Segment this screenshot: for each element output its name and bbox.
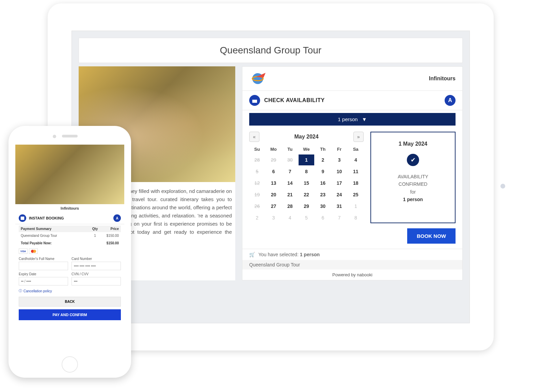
calendar-day[interactable]: 15 [299, 178, 314, 189]
calendar-day[interactable]: 11 [348, 166, 364, 177]
expiry-input[interactable] [19, 277, 68, 285]
powered-by: Powered by nabooki [242, 270, 462, 280]
svg-rect-4 [21, 217, 25, 220]
confirm-line3: for [376, 188, 450, 196]
visa-icon: VISA [19, 248, 28, 254]
book-now-button[interactable]: BOOK NOW [407, 228, 456, 244]
phone-hero-image [15, 145, 124, 204]
calendar-day[interactable]: 24 [331, 189, 347, 200]
calendar-day[interactable]: 16 [315, 178, 331, 189]
cardnumber-input[interactable] [71, 262, 121, 270]
calendar-day-header: Th [315, 145, 331, 154]
calendar-day: 28 [249, 154, 265, 165]
back-button[interactable]: BACK [19, 297, 121, 307]
globe-logo-icon [249, 70, 270, 87]
page-title: Queensland Group Tour [86, 45, 456, 56]
calendar-day[interactable]: 18 [348, 178, 364, 189]
calendar-day: 7 [331, 212, 347, 223]
calendar-day: 30 [282, 154, 298, 165]
calendar-day[interactable]: 14 [282, 178, 298, 189]
calendar-day: 8 [348, 212, 364, 223]
item-price: $150.00 [100, 234, 119, 238]
person-selector[interactable]: 1 person ▼ [249, 113, 456, 126]
calendar-day-header: Fr [331, 145, 347, 154]
cvv-input[interactable] [71, 277, 121, 285]
check-circle-icon: ✔ [407, 154, 419, 166]
calendar-day-header: We [299, 145, 314, 154]
cancellation-policy-link[interactable]: ⓘ Cancellation policy [15, 287, 124, 295]
calendar-day[interactable]: 17 [331, 178, 347, 189]
calendar-day: 19 [249, 189, 265, 200]
calendar-month: May 2024 [294, 134, 318, 140]
confirm-person: 1 person [403, 197, 423, 202]
cardholder-label: Cardholder's Full Name [19, 257, 68, 261]
prev-month-button[interactable]: « [249, 132, 259, 142]
calendar-day: 4 [282, 212, 298, 223]
brand-name: Infinitours [429, 76, 456, 82]
calendar-day[interactable]: 23 [315, 189, 331, 200]
expiry-label: Expiry Date [19, 272, 68, 276]
calendar-day[interactable]: 9 [315, 166, 331, 177]
caret-down-icon: ▼ [362, 116, 367, 122]
item-name: Queensland Group Tour [21, 234, 90, 238]
person-selector-label: 1 person [338, 116, 357, 122]
total-value: $150.00 [100, 241, 119, 245]
next-month-button[interactable]: » [353, 132, 364, 142]
calendar-icon [249, 95, 260, 106]
phone-screen: Infinitours INSTANT BOOKING A Payment Su… [15, 145, 124, 354]
calendar-day[interactable]: 6 [266, 166, 281, 177]
calendar-icon [19, 214, 26, 222]
calendar: « May 2024 » SuMoTuWeThFrSa2829301234567… [249, 132, 364, 223]
calendar-day: 26 [249, 201, 265, 212]
info-icon: ⓘ [19, 289, 22, 293]
cardholder-input[interactable] [19, 262, 68, 270]
calendar-day[interactable]: 28 [282, 201, 298, 212]
calendar-day: 6 [315, 212, 331, 223]
cvv-label: CVN / CVV [71, 272, 121, 276]
check-availability-heading: CHECK AVAILABILITY [264, 97, 445, 103]
tablet-screen: Queensland Group Tour an unforgettable j… [71, 31, 470, 323]
calendar-day-header: Mo [266, 145, 281, 154]
calendar-day[interactable]: 10 [331, 166, 347, 177]
calendar-day[interactable]: 3 [331, 154, 347, 165]
booking-widget: Infinitours CHECK AVAILABILITY A 1 perso… [242, 66, 463, 280]
calendar-day[interactable]: 31 [331, 201, 347, 212]
calendar-day: 5 [299, 212, 314, 223]
calendar-day[interactable]: 7 [282, 166, 298, 177]
summary-header: Payment Summary [21, 227, 90, 231]
qty-header: Qty [90, 227, 100, 231]
calendar-day[interactable]: 1 [299, 154, 314, 165]
phone-device: Infinitours INSTANT BOOKING A Payment Su… [9, 126, 131, 378]
dot-icon [500, 184, 505, 189]
selected-date: 1 May 2024 [376, 141, 450, 147]
a-badge[interactable]: A [445, 95, 456, 106]
item-qty: 1 [90, 234, 100, 238]
calendar-day[interactable]: 2 [315, 154, 331, 165]
calendar-day[interactable]: 30 [315, 201, 331, 212]
total-label: Total Payable Now: [21, 241, 100, 245]
calendar-day[interactable]: 29 [299, 201, 314, 212]
price-header: Price [100, 227, 119, 231]
calendar-day-header: Sa [348, 145, 364, 154]
availability-confirm-box: 1 May 2024 ✔ AVAILABILITY CONFIRMED for … [370, 132, 456, 223]
calendar-day[interactable]: 8 [299, 166, 314, 177]
home-button[interactable] [62, 356, 78, 373]
pay-confirm-button[interactable]: PAY AND CONFIRM [19, 309, 121, 320]
calendar-day[interactable]: 21 [282, 189, 298, 200]
svg-rect-3 [252, 98, 257, 100]
selection-summary: 🛒 You have selected: 1 person [242, 249, 462, 260]
calendar-day[interactable]: 27 [266, 201, 281, 212]
title-bar: Queensland Group Tour [79, 38, 463, 63]
calendar-day: 2 [249, 212, 265, 223]
confirm-line2: CONFIRMED [376, 180, 450, 188]
calendar-day: 12 [249, 178, 265, 189]
calendar-day[interactable]: 25 [348, 189, 364, 200]
calendar-day[interactable]: 20 [266, 189, 281, 200]
a-badge[interactable]: A [113, 214, 121, 222]
confirm-line1: AVAILABILITY [376, 173, 450, 180]
calendar-day[interactable]: 22 [299, 189, 314, 200]
selected-tour-name: Queensland Group Tour [242, 260, 462, 270]
calendar-day[interactable]: 13 [266, 178, 281, 189]
cardnumber-label: Card Number [71, 257, 121, 261]
calendar-day[interactable]: 4 [348, 154, 364, 165]
